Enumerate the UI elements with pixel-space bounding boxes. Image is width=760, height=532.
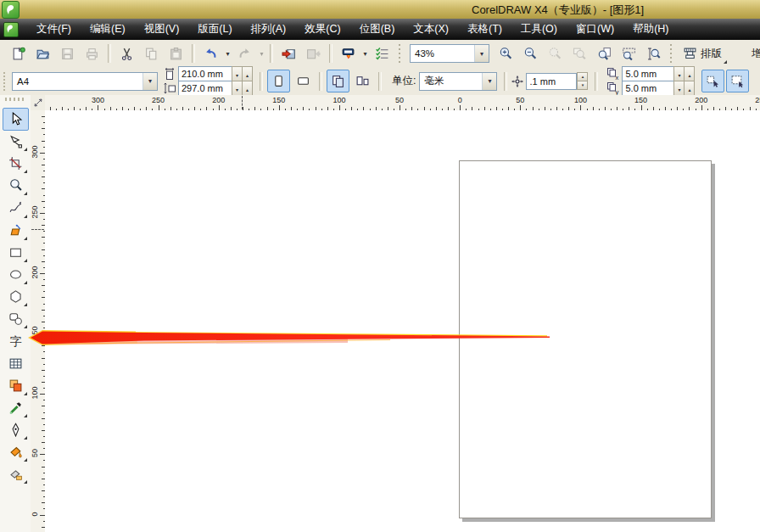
document-app-icon[interactable] bbox=[3, 22, 19, 37]
nudge-spinner[interactable]: ▴▾ bbox=[577, 73, 588, 90]
rectangle-tool[interactable] bbox=[3, 241, 29, 264]
treat-as-filled-icon bbox=[706, 74, 720, 88]
smart-fill-tool[interactable] bbox=[3, 219, 29, 242]
current-page-button[interactable] bbox=[351, 70, 374, 92]
import-button[interactable] bbox=[278, 43, 299, 64]
vruler-label-100: 100 bbox=[31, 382, 39, 404]
paper-height-spinner[interactable]: ▾▴ bbox=[232, 81, 253, 96]
crop-tool[interactable] bbox=[3, 152, 29, 175]
fill-tool[interactable] bbox=[3, 440, 29, 463]
combo-arrow-icon[interactable]: ▾ bbox=[474, 45, 489, 62]
redo-button[interactable] bbox=[234, 43, 255, 64]
menu-item-window[interactable]: 窗口(W) bbox=[567, 19, 623, 40]
toolbar-grip[interactable] bbox=[398, 44, 402, 63]
paste-button[interactable] bbox=[165, 43, 187, 64]
artistic-stroke-object[interactable] bbox=[25, 327, 556, 348]
blend-tool-icon bbox=[8, 378, 23, 393]
blend-tool[interactable] bbox=[3, 374, 29, 397]
pick-tool[interactable] bbox=[3, 108, 29, 131]
drawing-canvas[interactable] bbox=[45, 110, 760, 532]
polygon-tool[interactable] bbox=[3, 285, 29, 308]
toolbar-separator bbox=[270, 44, 273, 63]
zoom-height-button[interactable] bbox=[643, 43, 664, 64]
zoom-width-icon bbox=[622, 47, 636, 61]
vertical-ruler[interactable]: 300250200150100500 bbox=[31, 110, 46, 532]
menu-item-file[interactable]: 文件(F) bbox=[27, 19, 81, 40]
redo-dropdown-arrow[interactable]: ▾ bbox=[257, 44, 266, 64]
menu-item-edit[interactable]: 编辑(E) bbox=[81, 19, 135, 40]
landscape-button[interactable] bbox=[292, 70, 315, 92]
zoom-out-icon bbox=[523, 47, 538, 61]
duplicate-y-spinner[interactable]: ▾▴ bbox=[674, 81, 695, 96]
table-tool[interactable] bbox=[3, 352, 29, 375]
interactive-fill-tool[interactable] bbox=[3, 462, 29, 485]
plugin-app-button[interactable]: 增强插件 bbox=[728, 43, 760, 64]
duplicate-distance-x-icon: x bbox=[606, 67, 620, 81]
portrait-button[interactable] bbox=[267, 70, 290, 92]
print-button[interactable] bbox=[81, 43, 103, 64]
undo-dropdown-arrow[interactable]: ▾ bbox=[223, 44, 232, 64]
eyedropper-tool[interactable] bbox=[3, 396, 29, 419]
zoom-level-combo[interactable]: 43%▾ bbox=[410, 44, 489, 63]
import-icon bbox=[282, 47, 296, 61]
nudge-offset-field[interactable] bbox=[526, 73, 577, 90]
zoom-width-button[interactable] bbox=[618, 43, 640, 64]
coreldraw-app-icon bbox=[2, 1, 20, 19]
hruler-label-200: 200 bbox=[690, 96, 712, 104]
zoom-all-button[interactable] bbox=[569, 43, 590, 64]
all-pages-button[interactable] bbox=[327, 70, 349, 92]
horizontal-ruler[interactable]: 35030025020015010050050100150200250 bbox=[45, 95, 760, 111]
shape-tool[interactable] bbox=[3, 130, 29, 153]
menu-item-layout[interactable]: 版面(L) bbox=[188, 19, 241, 40]
menu-item-effects[interactable]: 效果(C) bbox=[295, 19, 349, 40]
zoom-in-button[interactable] bbox=[495, 43, 517, 64]
freehand-tool[interactable] bbox=[3, 197, 29, 220]
save-button[interactable] bbox=[57, 43, 78, 64]
menu-item-table[interactable]: 表格(T) bbox=[458, 19, 511, 40]
treat-as-filled-toggle[interactable] bbox=[701, 70, 724, 92]
menu-item-text[interactable]: 文本(X) bbox=[404, 19, 458, 40]
paper-preset-combo[interactable]: A4 ▾ bbox=[12, 72, 158, 91]
title-bar[interactable]: CorelDRAW X4（专业版）- [图形1] bbox=[0, 0, 760, 20]
paper-height-field[interactable] bbox=[178, 81, 232, 96]
zoom-tool[interactable] bbox=[3, 174, 29, 197]
ellipse-tool[interactable] bbox=[3, 263, 29, 286]
combo-arrow-icon[interactable]: ▾ bbox=[142, 73, 157, 90]
export-button[interactable] bbox=[303, 43, 324, 64]
units-combo[interactable]: 毫米 ▾ bbox=[419, 72, 497, 91]
toolbar-grip[interactable] bbox=[669, 44, 673, 63]
welcome-dropdown-arrow[interactable]: ▾ bbox=[360, 44, 370, 64]
ruler-origin-corner[interactable] bbox=[31, 95, 46, 111]
open-button[interactable] bbox=[32, 43, 53, 64]
checklist-button[interactable] bbox=[372, 43, 393, 64]
layout-app-button[interactable]: 排版 bbox=[677, 43, 728, 64]
paper-width-field[interactable] bbox=[178, 66, 232, 81]
menu-item-help[interactable]: 帮助(H) bbox=[623, 19, 678, 40]
zoom-page-button[interactable] bbox=[594, 43, 615, 64]
menu-item-arrange[interactable]: 排列(A) bbox=[242, 19, 296, 40]
outline-tool-icon bbox=[8, 423, 23, 437]
zoom-out-button[interactable] bbox=[520, 43, 541, 64]
zoom-selected-button[interactable] bbox=[545, 43, 566, 64]
menu-item-tools[interactable]: 工具(O) bbox=[511, 19, 567, 40]
duplicate-y-field[interactable] bbox=[622, 81, 674, 96]
duplicate-x-spinner[interactable]: ▾▴ bbox=[674, 66, 695, 81]
marquee-select-toggle[interactable] bbox=[726, 70, 749, 92]
duplicate-x-field[interactable] bbox=[622, 66, 674, 81]
new-button[interactable] bbox=[8, 43, 29, 64]
outline-tool[interactable] bbox=[3, 418, 29, 441]
combo-arrow-icon[interactable]: ▾ bbox=[482, 73, 496, 90]
toolbox-grip[interactable] bbox=[5, 98, 25, 101]
cut-button[interactable] bbox=[116, 43, 137, 64]
menu-item-view[interactable]: 视图(V) bbox=[135, 19, 189, 40]
paper-width-spinner[interactable]: ▾▴ bbox=[232, 66, 253, 81]
welcome-button[interactable] bbox=[338, 43, 359, 64]
hruler-label-250: 250 bbox=[751, 96, 760, 104]
copy-button[interactable] bbox=[141, 43, 162, 64]
fill-tool-icon bbox=[8, 445, 23, 459]
interactive-fill-tool-icon bbox=[8, 467, 23, 481]
property-bar-grip[interactable] bbox=[3, 72, 7, 91]
polygon-tool-icon bbox=[8, 289, 23, 304]
undo-button[interactable] bbox=[200, 43, 221, 64]
menu-item-bitmaps[interactable]: 位图(B) bbox=[350, 19, 405, 40]
